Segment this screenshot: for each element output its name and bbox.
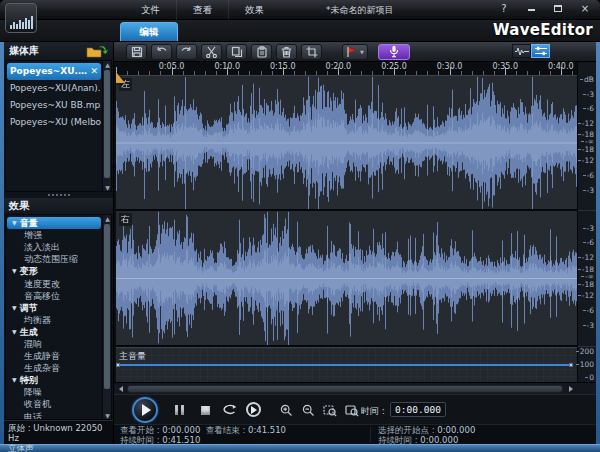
source-channels: 立体声 (8, 443, 109, 452)
copy-icon (231, 46, 243, 58)
scroll-up-icon[interactable]: ▲ (104, 215, 111, 222)
zoom-selection-button[interactable] (321, 402, 339, 418)
effect-item[interactable]: 生成静音 (7, 350, 101, 362)
envelope-point[interactable] (569, 363, 573, 367)
media-item[interactable]: Popeyes~XU(Anan).wav (7, 80, 101, 97)
paste-button[interactable] (251, 44, 272, 60)
effect-group-special[interactable]: ▼特别 (7, 374, 101, 386)
time-label: 时间 : (361, 405, 385, 418)
effect-item[interactable]: 淡入淡出 (7, 241, 101, 253)
source-info: 原始 : Unknown 22050 Hz 立体声 (4, 420, 113, 444)
source-format: 原始 : Unknown 22050 Hz (8, 423, 109, 443)
help-button[interactable]: ? (497, 2, 511, 16)
horizontal-scrollbar[interactable] (114, 382, 596, 394)
add-marker-button[interactable]: ▼ (342, 44, 368, 60)
effect-item[interactable]: 增强 (7, 229, 101, 241)
effect-item[interactable]: 速度更改 (7, 277, 101, 289)
save-icon (131, 46, 143, 58)
scroll-down-icon[interactable]: ▼ (104, 412, 111, 419)
close-button[interactable]: × (578, 2, 592, 16)
effects-list-scrollbar[interactable]: ▲ ▼ (102, 215, 111, 419)
delete-button[interactable] (276, 44, 297, 60)
zoom-fit-button[interactable] (343, 402, 361, 418)
stop-button[interactable] (196, 402, 214, 418)
right-channel[interactable]: 右 (116, 211, 577, 345)
record-button[interactable] (378, 44, 410, 60)
effect-group-volume[interactable]: ▼音量 (7, 217, 101, 229)
selection-duration-value: 0:00.000 (420, 435, 458, 445)
scrollbar-thumb[interactable] (127, 385, 563, 393)
cut-button[interactable] (201, 44, 222, 60)
volume-scale: 200 100 0 (578, 346, 596, 382)
play-icon (142, 404, 151, 416)
envelope-point[interactable] (116, 363, 120, 367)
scrollbar-thumb[interactable] (104, 70, 110, 178)
minimize-button[interactable] (524, 2, 538, 16)
title-bar: 文件 查看 效果 *未命名的新项目 ? × (0, 0, 600, 20)
menu-file[interactable]: 文件 (125, 0, 177, 20)
trash-icon (281, 46, 292, 58)
trim-button[interactable] (301, 44, 322, 60)
media-item[interactable]: Popeyes~XU (Melboorn... (7, 114, 101, 131)
app-logo-icon[interactable] (5, 3, 37, 33)
effect-item[interactable]: 均衡器 (7, 314, 101, 326)
scroll-right-icon[interactable] (565, 384, 576, 394)
timeline-ruler[interactable]: 0:05.0 0:10.0 0:15.0 0:20.0 0:25.0 0:30.… (116, 62, 577, 75)
effects-title: 效果 (9, 199, 29, 213)
db-scale-right: -3 -6 -12 -18 -∞ -18 -12 -6 -3 (578, 210, 596, 346)
db-tick: -3 (583, 225, 594, 233)
effect-group-adjust[interactable]: ▼调节 (7, 302, 101, 314)
db-tick: -3 (583, 91, 594, 99)
effect-item[interactable]: 生成杂音 (7, 362, 101, 374)
db-tick: -6 (583, 105, 594, 113)
left-waveform[interactable] (116, 76, 577, 209)
time-display[interactable]: 0:00.000 (390, 402, 446, 417)
effect-item[interactable]: 降噪 (7, 386, 101, 398)
effect-item[interactable]: 电话 (7, 411, 101, 421)
media-item[interactable]: Popeyes~XU.wav ✕ (7, 63, 101, 80)
pause-button[interactable] (170, 402, 188, 418)
import-file-icon[interactable] (86, 45, 108, 58)
right-waveform[interactable] (116, 211, 577, 345)
zoom-selection-icon (323, 404, 337, 417)
time-tick: 0:30.0 (430, 62, 470, 71)
selection-start-value: 0:00.000 (437, 425, 475, 435)
save-button[interactable] (126, 44, 147, 60)
window-title: *未命名的新项目 (326, 4, 394, 17)
zoom-out-button[interactable] (299, 402, 317, 418)
maximize-button[interactable] (551, 2, 565, 16)
scrollbar-thumb[interactable] (104, 224, 110, 389)
media-list-scrollbar[interactable]: ▲ ▼ (102, 61, 111, 191)
scroll-left-icon[interactable] (115, 384, 126, 394)
multitrack-view-button[interactable] (531, 44, 550, 58)
effect-item[interactable]: 动态范围压缩 (7, 253, 101, 265)
play-selection-button[interactable] (246, 402, 261, 417)
effect-group-transform[interactable]: ▼变形 (7, 265, 101, 277)
tab-edit[interactable]: 编辑 (120, 22, 178, 41)
effect-item[interactable]: 音高移位 (7, 290, 101, 302)
duration-value: 0:41.510 (162, 435, 200, 445)
loop-button[interactable] (220, 402, 238, 418)
master-volume-track[interactable]: 主音量 (116, 347, 577, 382)
zoom-in-icon (280, 404, 293, 417)
media-item[interactable]: Popeyes~XU BB.mp3 (7, 97, 101, 114)
redo-button[interactable] (176, 44, 197, 60)
playhead-marker[interactable] (116, 72, 125, 83)
brand-text: WaveEditor (493, 21, 593, 39)
effect-item[interactable]: 收音机 (7, 398, 101, 410)
zoom-out-icon (302, 404, 315, 417)
left-channel[interactable]: 左 (116, 75, 577, 209)
play-button[interactable] (132, 397, 158, 423)
close-icon[interactable]: ✕ (90, 63, 98, 80)
scroll-down-icon[interactable]: ▼ (104, 184, 111, 191)
undo-button[interactable] (151, 44, 172, 60)
volume-envelope-line[interactable] (118, 364, 571, 366)
menu-view[interactable]: 查看 (177, 0, 229, 20)
effect-item[interactable]: 混响 (7, 338, 101, 350)
zoom-in-button[interactable] (277, 402, 295, 418)
scroll-up-icon[interactable]: ▲ (104, 61, 111, 68)
effect-group-generate[interactable]: ▼生成 (7, 326, 101, 338)
menu-effects[interactable]: 效果 (229, 0, 280, 20)
waveform-view-button[interactable] (512, 44, 531, 58)
copy-button[interactable] (226, 44, 247, 60)
